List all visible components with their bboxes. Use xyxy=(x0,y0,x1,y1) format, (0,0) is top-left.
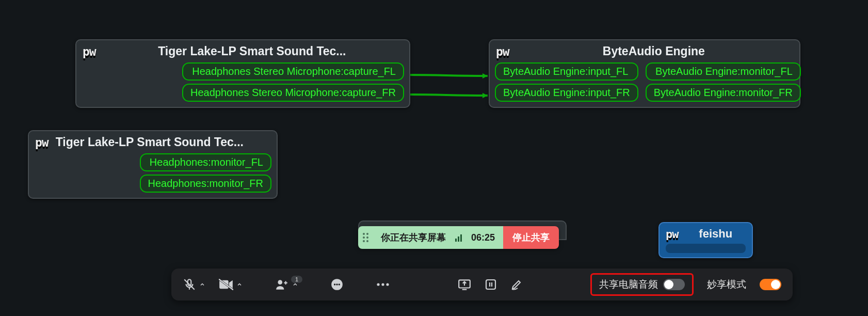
svg-rect-19 xyxy=(486,280,495,289)
output-ports: Headphones Stereo Microphone:capture_FL … xyxy=(182,62,404,102)
share-computer-audio-label: 共享电脑音频 xyxy=(599,278,658,291)
node-byteaudio-engine[interactable]: pw ByteAudio Engine ByteAudio Engine:inp… xyxy=(489,39,800,108)
chat-button[interactable] xyxy=(330,278,344,291)
participants-count-badge: 1 xyxy=(291,276,302,283)
node-feishu[interactable]: pw feishu xyxy=(658,222,753,258)
port-input[interactable]: ByteAudio Engine:input_FR xyxy=(495,84,638,102)
magic-share-mode-toggle[interactable] xyxy=(760,279,781,290)
node-tiger-lake-monitor[interactable]: pw Tiger Lake-LP Smart Sound Tec... Head… xyxy=(28,130,278,199)
svg-point-16 xyxy=(386,283,389,286)
annotate-button[interactable] xyxy=(510,278,523,291)
port-output[interactable]: Headphones Stereo Microphone:capture_FR xyxy=(182,84,404,102)
screen-share-bar[interactable]: 你正在共享屏幕 06:25 停止共享 xyxy=(358,226,559,249)
more-icon xyxy=(376,282,390,287)
pipewire-icon: pw xyxy=(496,45,509,58)
node-tiger-lake-source[interactable]: pw Tiger Lake-LP Smart Sound Tec... Head… xyxy=(75,39,410,108)
port-input[interactable]: ByteAudio Engine:input_FL xyxy=(495,62,638,81)
share-screen-icon xyxy=(458,278,471,291)
more-button[interactable] xyxy=(376,282,390,287)
pipewire-icon: pw xyxy=(35,136,49,149)
svg-marker-1 xyxy=(483,93,488,98)
node-feishu-port-obscured xyxy=(666,244,746,253)
svg-marker-0 xyxy=(483,73,488,78)
camera-off-icon xyxy=(219,279,233,290)
input-ports: ByteAudio Engine:input_FL ByteAudio Engi… xyxy=(495,62,638,102)
mic-muted-icon xyxy=(183,278,196,291)
svg-point-14 xyxy=(377,283,379,286)
pencil-icon xyxy=(510,278,523,291)
drag-handle-icon[interactable] xyxy=(358,226,373,249)
node-header[interactable]: pw Tiger Lake-LP Smart Sound Tec... xyxy=(34,135,271,153)
port-output[interactable]: ByteAudio Engine:monitor_FR xyxy=(646,84,801,102)
pause-share-button[interactable] xyxy=(485,278,497,291)
node-title: feishu xyxy=(686,227,746,241)
port-output[interactable]: Headphones:monitor_FR xyxy=(140,175,271,193)
node-title: Tiger Lake-LP Smart Sound Tec... xyxy=(103,44,401,58)
mute-mic-button[interactable] xyxy=(183,278,205,291)
svg-point-7 xyxy=(278,280,282,285)
share-status: 你正在共享屏幕 06:25 xyxy=(373,226,503,249)
pipewire-icon: pw xyxy=(83,45,96,58)
add-participant-icon xyxy=(275,278,289,291)
share-computer-audio-toggle[interactable] xyxy=(663,279,685,290)
share-timer: 06:25 xyxy=(471,232,495,243)
share-computer-audio-group[interactable]: 共享电脑音频 xyxy=(590,273,694,296)
share-status-text: 你正在共享屏幕 xyxy=(381,231,446,244)
node-header[interactable]: pw Tiger Lake-LP Smart Sound Tec... xyxy=(82,44,404,62)
feishu-toolbar[interactable]: 1 xyxy=(171,268,793,301)
port-output[interactable]: Headphones Stereo Microphone:capture_FL xyxy=(182,62,404,81)
pause-icon xyxy=(485,278,497,291)
output-ports: Headphones:monitor_FL Headphones:monitor… xyxy=(140,153,271,193)
output-ports: ByteAudio Engine:monitor_FL ByteAudio En… xyxy=(646,62,801,102)
participants-button[interactable]: 1 xyxy=(275,278,298,291)
node-title: ByteAudio Engine xyxy=(517,44,791,58)
share-screen-button[interactable] xyxy=(458,278,471,291)
port-output[interactable]: Headphones:monitor_FL xyxy=(140,153,271,171)
signal-icon xyxy=(455,233,462,242)
svg-point-12 xyxy=(336,283,337,285)
svg-point-13 xyxy=(339,283,340,285)
magic-share-mode-label: 妙享模式 xyxy=(707,278,746,291)
camera-off-button[interactable] xyxy=(219,279,243,290)
stop-sharing-button[interactable]: 停止共享 xyxy=(503,226,559,249)
chevron-up-icon[interactable] xyxy=(199,281,205,288)
node-header[interactable]: pw feishu xyxy=(666,227,746,241)
port-output[interactable]: ByteAudio Engine:monitor_FL xyxy=(646,62,801,81)
pipewire-icon: pw xyxy=(666,228,679,241)
node-header[interactable]: pw ByteAudio Engine xyxy=(495,44,794,62)
svg-point-15 xyxy=(381,283,384,286)
node-title: Tiger Lake-LP Smart Sound Tec... xyxy=(56,135,268,149)
chat-icon xyxy=(330,278,344,291)
chevron-up-icon[interactable] xyxy=(236,281,243,288)
svg-point-11 xyxy=(334,283,335,285)
